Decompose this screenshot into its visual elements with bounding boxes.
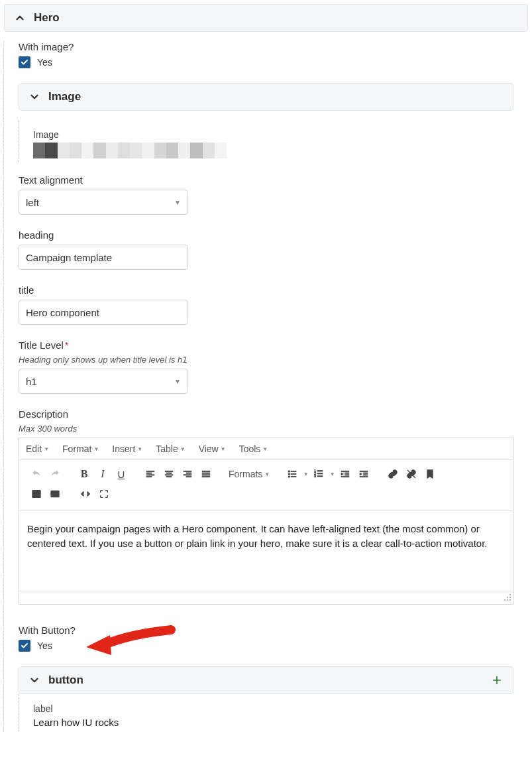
menu-tools[interactable]: Tools▼ (239, 444, 268, 454)
title-level-help: Heading only shows up when title level i… (19, 355, 513, 365)
button-label-value: Learn how IU rocks (33, 717, 499, 728)
required-asterisk: * (65, 339, 69, 351)
text-alignment-value: left (26, 197, 39, 208)
editor-toolbar-row1: B I U Formats▼ ▼ (19, 460, 513, 511)
chevron-up-icon (14, 12, 26, 24)
description-label: Description (19, 408, 513, 420)
italic-icon[interactable]: I (93, 464, 112, 484)
rich-text-editor: Edit▼ Format▼ Insert▼ Table▼ View▼ Tools… (19, 438, 513, 605)
button-subpanel-header[interactable]: button (19, 667, 513, 693)
with-image-checkbox[interactable] (19, 56, 30, 68)
svg-text:3: 3 (315, 475, 317, 478)
image-thumbnail[interactable] (33, 143, 227, 158)
menu-format[interactable]: Format▼ (62, 444, 99, 454)
align-center-icon[interactable] (160, 464, 178, 484)
fullscreen-icon[interactable] (95, 484, 113, 504)
chevron-down-icon (28, 674, 40, 686)
formats-dropdown[interactable]: Formats▼ (226, 469, 272, 479)
button-label-field-label: label (33, 703, 499, 714)
unlink-icon[interactable] (402, 464, 421, 484)
indent-icon[interactable] (354, 464, 373, 484)
media-icon[interactable] (46, 484, 64, 504)
with-image-label: With image? (19, 41, 513, 52)
heading-label: heading (19, 229, 513, 241)
numbered-list-caret[interactable]: ▼ (328, 464, 336, 484)
bookmark-icon[interactable] (421, 464, 439, 484)
svg-point-17 (509, 597, 511, 598)
svg-point-18 (507, 597, 508, 598)
svg-rect-1 (291, 471, 296, 471)
svg-point-4 (288, 476, 290, 478)
resize-grip-icon[interactable] (504, 593, 511, 603)
title-level-field: Title Level* Heading only shows up when … (19, 339, 513, 394)
bullet-list-caret[interactable]: ▼ (301, 464, 309, 484)
menu-view[interactable]: View▼ (199, 444, 226, 454)
title-level-select[interactable]: h1 ▼ (19, 369, 188, 394)
title-field: title (19, 284, 513, 325)
link-icon[interactable] (384, 464, 402, 484)
align-left-icon[interactable] (141, 464, 160, 484)
heading-field: heading (19, 229, 513, 270)
svg-point-21 (504, 599, 505, 601)
editor-statusbar (19, 591, 513, 604)
description-help: Max 300 words (19, 424, 513, 434)
image-subpanel-header[interactable]: Image (19, 84, 513, 110)
svg-rect-7 (317, 471, 323, 471)
with-image-field: With image? Yes (19, 41, 513, 68)
with-button-checkbox[interactable] (19, 640, 30, 652)
underline-icon[interactable]: U (112, 464, 131, 484)
text-alignment-label: Text alignment (19, 174, 513, 186)
image-field-label: Image (33, 129, 499, 140)
svg-rect-9 (317, 473, 323, 474)
svg-point-0 (288, 471, 290, 473)
editor-menubar: Edit▼ Format▼ Insert▼ Table▼ View▼ Tools… (19, 438, 513, 460)
svg-point-16 (509, 594, 511, 595)
button-subpanel-title: button (48, 674, 83, 687)
title-level-value: h1 (26, 376, 37, 387)
with-button-label: With Button? (19, 625, 513, 636)
title-label: title (19, 284, 513, 296)
hero-panel-header[interactable]: Hero (5, 5, 527, 31)
heading-input[interactable] (19, 245, 188, 270)
numbered-list-icon[interactable]: 123 (309, 464, 328, 484)
align-right-icon[interactable] (178, 464, 197, 484)
source-code-icon[interactable] (76, 484, 95, 504)
redo-icon[interactable] (46, 464, 64, 484)
image-icon[interactable] (27, 484, 46, 504)
description-field: Description Max 300 words Edit▼ Format▼ … (19, 408, 513, 605)
add-button[interactable] (490, 674, 504, 687)
hero-panel: Hero (4, 4, 528, 32)
chevron-down-icon (28, 91, 40, 103)
image-subpanel-title: Image (48, 90, 81, 103)
svg-rect-3 (291, 473, 296, 474)
editor-content[interactable]: Begin your campaign pages with a Hero co… (19, 511, 513, 591)
title-level-label: Title Level* (19, 339, 513, 351)
caret-down-icon: ▼ (174, 199, 181, 206)
outdent-icon[interactable] (336, 464, 354, 484)
title-input[interactable] (19, 300, 188, 325)
align-justify-icon[interactable] (197, 464, 215, 484)
with-image-yes: Yes (37, 57, 52, 68)
svg-rect-11 (317, 476, 323, 477)
text-alignment-select[interactable]: left ▼ (19, 190, 188, 215)
bold-icon[interactable]: B (75, 464, 93, 484)
image-subpanel: Image (19, 83, 513, 111)
menu-edit[interactable]: Edit▼ (26, 444, 49, 454)
svg-point-20 (507, 599, 508, 601)
bullet-list-icon[interactable] (283, 464, 301, 484)
svg-rect-5 (291, 476, 296, 477)
with-button-yes: Yes (37, 640, 52, 651)
undo-icon[interactable] (27, 464, 46, 484)
button-subpanel: button (19, 666, 513, 694)
menu-table[interactable]: Table▼ (156, 444, 185, 454)
with-button-field: With Button? Yes (19, 625, 513, 652)
menu-insert[interactable]: Insert▼ (112, 444, 142, 454)
svg-point-2 (288, 473, 290, 475)
caret-down-icon: ▼ (174, 378, 181, 385)
svg-point-19 (509, 599, 511, 601)
hero-panel-title: Hero (34, 11, 60, 25)
text-alignment-field: Text alignment left ▼ (19, 174, 513, 215)
